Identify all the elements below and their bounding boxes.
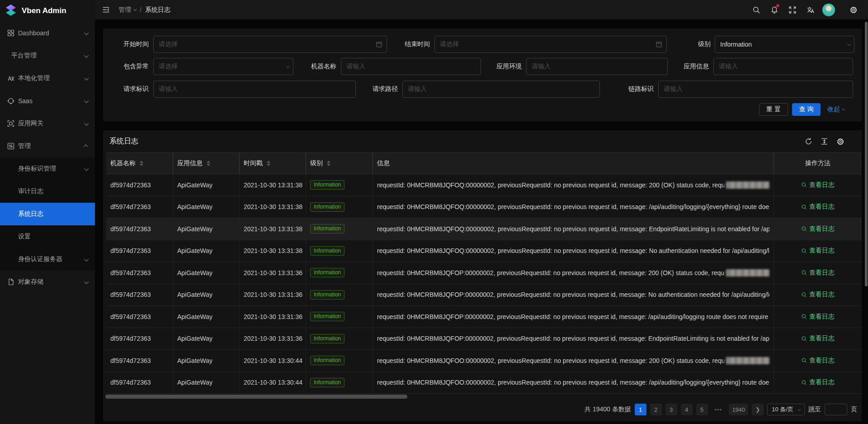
jump-page-input[interactable] (825, 404, 847, 415)
table-row[interactable]: df5974d72363ApiGateWay2021-10-30 13:31:3… (106, 240, 862, 262)
page-button[interactable]: 3 (665, 404, 677, 415)
placeholder-text: 请选择 (159, 62, 178, 71)
app-info-input[interactable]: 请输入 (713, 58, 853, 75)
table-row[interactable]: df5974d72363ApiGateWay2021-10-30 13:31:3… (106, 328, 862, 350)
cell-message: requestId: 0HMCRBM8JQFOP:00000002, previ… (373, 284, 774, 306)
view-log-link[interactable]: 查看日志 (801, 291, 835, 299)
table-row[interactable]: df5974d72363ApiGateWay2021-10-30 13:30:4… (106, 350, 862, 372)
sidebar-item[interactable]: 平台管理 (0, 44, 95, 67)
view-log-link[interactable]: 查看日志 (801, 269, 835, 277)
machine-name-input[interactable]: 请输入 (341, 58, 481, 75)
cell-timestamp: 2021-10-30 13:30:44 (240, 372, 306, 394)
column-header-level[interactable]: 级别 (306, 153, 373, 174)
cell-value: df5974d72363 (110, 181, 151, 189)
view-log-link[interactable]: 查看日志 (801, 225, 835, 233)
column-header-machine[interactable]: 机器名称 (106, 153, 173, 174)
cell-value: df5974d72363 (110, 335, 151, 342)
sort-icon[interactable] (327, 161, 330, 166)
view-log-link[interactable]: 查看日志 (801, 357, 835, 365)
translate-icon[interactable] (802, 0, 820, 19)
request-id-input[interactable]: 请输入 (153, 81, 356, 98)
has-exception-select[interactable]: 请选择 (153, 58, 293, 75)
start-time-datepicker[interactable]: 请选择 (153, 36, 387, 53)
cell-value: ApiGateWay (177, 357, 212, 364)
page-button[interactable]: 4 (681, 404, 693, 415)
logo[interactable]: Vben Admin (0, 0, 95, 22)
machine-name-field: 机器名称 请输入 (309, 58, 481, 75)
table-panel: 系统日志 机器名称应用信息时间戳级别信息操作方法 df5974d72363Api… (103, 130, 862, 421)
reset-button[interactable]: 重 置 (759, 103, 788, 116)
table-row[interactable]: df5974d72363ApiGateWay2021-10-30 13:31:3… (106, 306, 862, 328)
app-env-input[interactable]: 请输入 (526, 58, 668, 75)
view-log-label: 查看日志 (809, 378, 835, 386)
column-header-timestamp[interactable]: 时间戳 (240, 153, 306, 174)
sidebar-item[interactable]: Dashboard (0, 22, 95, 44)
column-height-icon[interactable] (821, 138, 828, 145)
sidebar-item[interactable]: Saas (0, 90, 95, 112)
horizontal-scrollbar[interactable] (105, 395, 407, 399)
page-button[interactable]: 1940 (729, 404, 748, 415)
table-row[interactable]: df5974d72363ApiGateWay2021-10-30 13:31:3… (106, 262, 862, 284)
sort-icon[interactable] (267, 161, 270, 166)
cell-value: 2021-10-30 13:30:44 (244, 357, 302, 364)
chevron-down-icon (84, 279, 89, 284)
notification-dot (776, 4, 779, 7)
view-log-link[interactable]: 查看日志 (801, 181, 835, 189)
view-log-link[interactable]: 查看日志 (801, 247, 835, 255)
sidebar-item-label: Saas (18, 97, 85, 105)
sidebar-subitem[interactable]: 设置 (0, 225, 95, 248)
placeholder-text: 请选择 (159, 40, 178, 48)
page-size-select[interactable]: 10 条/页 (767, 404, 805, 415)
column-header-label: 时间戳 (244, 159, 263, 167)
sidebar-item[interactable]: 管理 (0, 135, 95, 157)
vertical-scrollbar[interactable] (865, 22, 868, 286)
view-log-link[interactable]: 查看日志 (801, 203, 835, 211)
collapse-button[interactable]: 收起 (827, 103, 845, 116)
sort-icon[interactable] (140, 161, 143, 166)
column-header-label: 机器名称 (110, 159, 136, 167)
page-button[interactable]: 5 (696, 404, 708, 415)
end-time-datepicker[interactable]: 请选择 (434, 36, 667, 53)
menu-fold-icon[interactable] (100, 5, 111, 15)
cell-value: ApiGateWay (177, 247, 212, 254)
sidebar-subitem[interactable]: 系统日志 (0, 203, 95, 225)
query-button[interactable]: 查 询 (792, 103, 821, 116)
column-header-app[interactable]: 应用信息 (173, 153, 240, 174)
start-time-field: 开始时间 请选择 (123, 36, 387, 53)
view-log-link[interactable]: 查看日志 (801, 334, 835, 343)
table-row[interactable]: df5974d72363ApiGateWay2021-10-30 13:31:3… (106, 196, 862, 219)
chevron-down-icon (84, 121, 89, 125)
page-button[interactable]: 2 (650, 404, 662, 415)
cell-app: ApiGateWay (173, 306, 240, 328)
trace-id-input[interactable]: 请输入 (658, 81, 853, 98)
breadcrumb-parent[interactable]: 管理 (118, 6, 136, 14)
search-icon[interactable] (747, 0, 765, 19)
sidebar-item[interactable]: 本地化管理 (0, 67, 95, 90)
table-row[interactable]: df5974d72363ApiGateWay2021-10-30 13:30:4… (106, 372, 862, 394)
view-log-link[interactable]: 查看日志 (801, 313, 835, 321)
table-row[interactable]: df5974d72363ApiGateWay2021-10-30 13:31:3… (106, 284, 862, 306)
level-select[interactable]: Information (715, 36, 854, 53)
level-field: 级别 Information (698, 36, 854, 53)
sidebar-subitem[interactable]: 身份认证服务器 (0, 248, 95, 271)
table-row[interactable]: df5974d72363ApiGateWay2021-10-30 13:31:3… (106, 174, 862, 196)
sidebar-item[interactable]: 对象存储 (0, 271, 95, 293)
sidebar-item[interactable]: 应用网关 (0, 112, 95, 135)
table-row[interactable]: df5974d72363ApiGateWay2021-10-30 13:31:3… (106, 218, 862, 240)
settings-gear-icon[interactable] (844, 0, 863, 19)
page-button[interactable]: 1 (635, 404, 646, 415)
request-path-input[interactable]: 请输入 (402, 81, 600, 98)
level-badge: Information (310, 246, 344, 256)
sort-icon[interactable] (207, 161, 210, 166)
next-page-button[interactable]: ❯ (752, 404, 764, 415)
table-settings-gear-icon[interactable] (836, 138, 844, 146)
sidebar-subitem[interactable]: 审计日志 (0, 180, 95, 203)
bell-icon[interactable] (765, 0, 783, 19)
sidebar-subitem[interactable]: 身份标识管理 (0, 157, 95, 180)
magnifier-icon (801, 357, 807, 363)
chevron-up-icon (842, 108, 845, 111)
view-log-link[interactable]: 查看日志 (801, 378, 835, 386)
fullscreen-icon[interactable] (783, 0, 802, 19)
reload-icon[interactable] (805, 138, 812, 145)
avatar[interactable] (822, 4, 835, 16)
